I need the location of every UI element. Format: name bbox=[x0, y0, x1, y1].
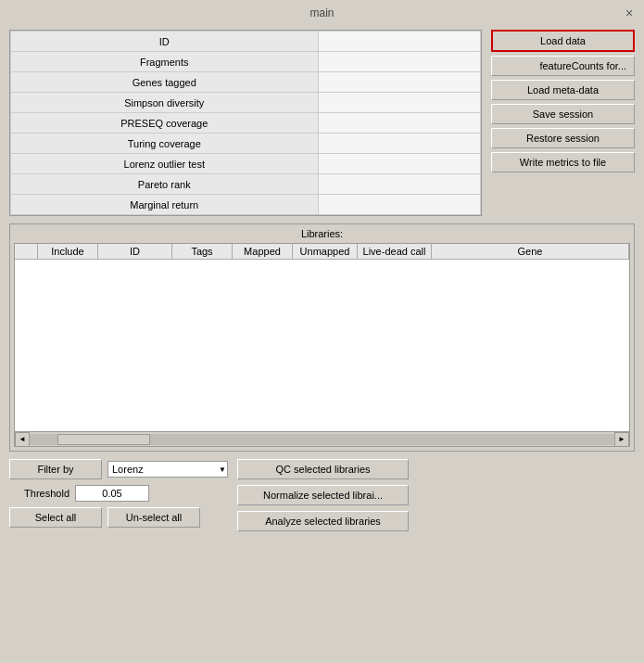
metric-value bbox=[318, 134, 481, 154]
metric-label: Marginal return bbox=[11, 195, 319, 215]
right-panel: Load data featureCounts for... Load meta… bbox=[491, 30, 635, 216]
col-header-gene: Gene bbox=[432, 244, 629, 259]
filter-row: Filter by LorenzParetoSimpsonPRESEQTurin… bbox=[9, 459, 228, 479]
metrics-data-table: IDFragmentsGenes taggedSimpson diversity… bbox=[10, 31, 481, 215]
filter-dropdown[interactable]: LorenzParetoSimpsonPRESEQTuring bbox=[107, 461, 228, 478]
col-header-include: Include bbox=[38, 244, 98, 259]
metric-label: Genes tagged bbox=[11, 72, 319, 93]
metric-value bbox=[318, 154, 481, 174]
metric-value bbox=[318, 174, 481, 195]
col-header-mapped: Mapped bbox=[233, 244, 293, 259]
normalize-selected-button[interactable]: Normalize selected librai... bbox=[237, 485, 409, 505]
threshold-label: Threshold bbox=[9, 488, 69, 499]
col-header-unmapped: Unmapped bbox=[293, 244, 358, 259]
threshold-input[interactable] bbox=[75, 485, 149, 502]
libraries-label: Libraries: bbox=[14, 228, 630, 239]
right-controls: QC selected libraries Normalize selected… bbox=[237, 459, 409, 531]
write-metrics-button[interactable]: Write metrics to file bbox=[491, 152, 635, 172]
select-row: Select all Un-select all bbox=[9, 507, 228, 528]
bottom-controls: Filter by LorenzParetoSimpsonPRESEQTurin… bbox=[9, 459, 635, 531]
metric-value bbox=[318, 72, 481, 93]
restore-session-button[interactable]: Restore session bbox=[491, 128, 635, 148]
metric-label: PRESEQ coverage bbox=[11, 113, 319, 134]
col-header-tags: Tags bbox=[172, 244, 233, 259]
libraries-header: Include ID Tags Mapped Unmapped Live-dea… bbox=[15, 244, 629, 260]
scroll-right-arrow[interactable]: ► bbox=[614, 432, 629, 447]
analyze-selected-button[interactable]: Analyze selected libraries bbox=[237, 511, 409, 531]
metric-label: Fragments bbox=[11, 52, 319, 72]
save-session-button[interactable]: Save session bbox=[491, 104, 635, 124]
dropdown-wrapper: LorenzParetoSimpsonPRESEQTuring ▼ bbox=[107, 461, 228, 478]
metric-label: Lorenz outlier test bbox=[11, 154, 319, 174]
load-metadata-button[interactable]: Load meta-data bbox=[491, 80, 635, 100]
scroll-thumb[interactable] bbox=[57, 434, 150, 445]
col-header-checkbox bbox=[15, 244, 38, 259]
metrics-table: IDFragmentsGenes taggedSimpson diversity… bbox=[9, 30, 482, 216]
metric-value bbox=[318, 195, 481, 215]
metric-label: ID bbox=[11, 32, 319, 52]
metric-label: Turing coverage bbox=[11, 134, 319, 154]
scroll-track[interactable] bbox=[30, 434, 614, 445]
window-title: main bbox=[309, 6, 334, 19]
featurecounts-button[interactable]: featureCounts for... bbox=[491, 56, 635, 76]
metric-label: Pareto rank bbox=[11, 174, 319, 195]
load-data-button[interactable]: Load data bbox=[491, 30, 635, 52]
select-all-button[interactable]: Select all bbox=[9, 507, 102, 528]
threshold-row: Threshold bbox=[9, 485, 228, 502]
main-window: main × IDFragmentsGenes taggedSimpson di… bbox=[0, 0, 644, 663]
top-section: IDFragmentsGenes taggedSimpson diversity… bbox=[9, 30, 635, 216]
col-header-livedead: Live-dead call bbox=[358, 244, 432, 259]
scrollbar-area: ◄ ► bbox=[15, 431, 629, 446]
content-area: IDFragmentsGenes taggedSimpson diversity… bbox=[0, 26, 644, 541]
col-header-id: ID bbox=[98, 244, 172, 259]
metric-value bbox=[318, 52, 481, 72]
metric-value bbox=[318, 113, 481, 134]
unselect-all-button[interactable]: Un-select all bbox=[107, 507, 200, 528]
libraries-body bbox=[15, 260, 629, 431]
libraries-table-wrapper: Include ID Tags Mapped Unmapped Live-dea… bbox=[14, 243, 630, 447]
close-button[interactable]: × bbox=[622, 6, 637, 20]
title-bar: main × bbox=[0, 0, 644, 26]
metric-label: Simpson diversity bbox=[11, 93, 319, 113]
qc-selected-button[interactable]: QC selected libraries bbox=[237, 459, 409, 479]
libraries-section: Libraries: Include ID Tags Mapped Unmapp… bbox=[9, 223, 635, 452]
left-controls: Filter by LorenzParetoSimpsonPRESEQTurin… bbox=[9, 459, 228, 528]
metric-value bbox=[318, 32, 481, 52]
filter-by-button[interactable]: Filter by bbox=[9, 459, 102, 479]
metric-value bbox=[318, 93, 481, 113]
scroll-left-arrow[interactable]: ◄ bbox=[15, 432, 30, 447]
